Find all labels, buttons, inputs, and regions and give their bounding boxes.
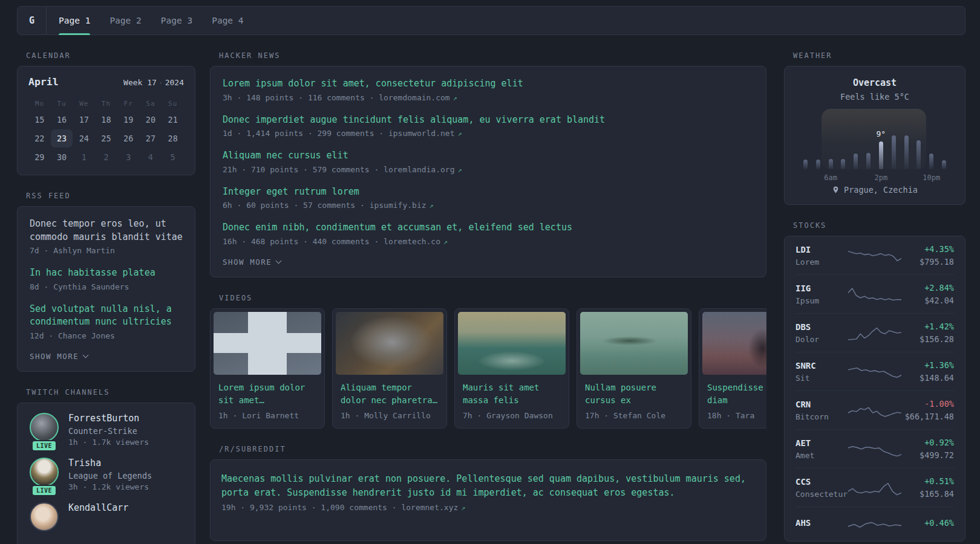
stock-symbol[interactable]: AHS xyxy=(795,518,848,528)
external-link-icon[interactable]: ↗ xyxy=(458,166,462,174)
external-link-icon[interactable]: ↗ xyxy=(453,94,457,102)
stock-values: +1.42% $156.28 xyxy=(901,322,954,344)
rss-item-title[interactable]: In hac habitasse platea xyxy=(30,267,183,280)
video-thumbnail[interactable] xyxy=(458,312,566,375)
rss-item-title[interactable]: Donec tempor eros leo, ut commodo mauris… xyxy=(30,218,183,244)
stock-symbol[interactable]: CCS xyxy=(795,477,848,487)
hour-label: 6am xyxy=(824,173,837,182)
hacker-news-card: Lorem ipsum dolor sit amet, consectetur … xyxy=(210,66,766,277)
app-logo[interactable]: G xyxy=(18,7,47,34)
stocks-card: LDI Lorem +4.35% $795.18 IIG Ips xyxy=(784,236,965,542)
hacker-news-item-title[interactable]: Lorem ipsum dolor sit amet, consectetur … xyxy=(223,77,754,91)
stock-row: SNRC Sit +1.36% $148.64 xyxy=(795,352,954,390)
stock-symbol[interactable]: SNRC xyxy=(795,361,848,371)
temperature-bar xyxy=(816,160,820,169)
page-tab[interactable]: Page 1 xyxy=(59,7,90,34)
channel-name[interactable]: KendallCarr xyxy=(68,502,128,513)
temperature-bar xyxy=(841,159,845,169)
hacker-news-list: Lorem ipsum dolor sit amet, consectetur … xyxy=(223,77,754,246)
stock-name: Lorem xyxy=(795,257,848,267)
channel-category[interactable]: League of Legends xyxy=(68,471,152,481)
weather-hour-cell: 6am xyxy=(825,114,837,169)
subreddit-post-title[interactable]: Maecenas mollis pulvinar erat non posuer… xyxy=(221,472,755,500)
video-meta: 17h · Stefan Cole xyxy=(585,411,683,420)
hacker-news-item-title[interactable]: Integer eget rutrum lorem xyxy=(223,186,754,199)
stock-symbol[interactable]: CRN xyxy=(795,400,848,409)
temperature-bar xyxy=(829,159,833,169)
rss-list: Donec tempor eros leo, ut commodo mauris… xyxy=(30,218,183,340)
stock-values: -1.00% $66,171.48 xyxy=(901,399,954,421)
stock-symbol[interactable]: LDI xyxy=(795,245,848,254)
video-title[interactable]: Lorem ipsum dolor sit amet consectetu… xyxy=(218,381,316,407)
rss-item-meta: 7d · Ashlyn Martin xyxy=(30,246,183,255)
subreddit-post-meta: 19h · 9,932 points · 1,090 comments · lo… xyxy=(221,503,755,512)
calendar-day: 17 xyxy=(73,111,95,129)
external-link-icon[interactable]: ↗ xyxy=(461,504,465,512)
stock-name: Ipsum xyxy=(795,296,848,305)
temperature-bar xyxy=(904,135,909,169)
stock-id: CRN Bitcorn xyxy=(795,400,848,421)
weather-hour-cell: 10pm xyxy=(925,114,938,169)
stock-symbol[interactable]: IIG xyxy=(795,283,848,293)
video-title[interactable]: Suspendisse diam xyxy=(707,381,766,407)
stock-sparkline xyxy=(848,515,901,533)
video-title[interactable]: Mauris sit amet massa felis xyxy=(463,381,561,407)
weather-condition: Overcast xyxy=(794,77,955,88)
calendar-day: 26 xyxy=(117,129,140,147)
channel-name[interactable]: Trisha xyxy=(68,458,152,468)
chevron-down-icon xyxy=(83,352,89,358)
page-tabs: Page 1Page 2Page 3Page 4 xyxy=(47,7,256,34)
calendar-week-year: Week 17·2024 xyxy=(123,78,184,87)
chevron-down-icon xyxy=(276,258,282,264)
avatar[interactable] xyxy=(30,413,59,442)
external-link-icon[interactable]: ↗ xyxy=(458,129,462,138)
twitch-channel-row: KendallCarr xyxy=(30,502,183,531)
calendar-dow: We xyxy=(73,97,95,111)
calendar-widget: CALENDAR April Week 17·2024 MoTuWeThFrSa… xyxy=(17,51,195,175)
rss-header: RSS FEED xyxy=(26,192,195,200)
stock-change: +0.92% xyxy=(901,438,954,447)
avatar[interactable] xyxy=(30,458,59,487)
hacker-news-item-title[interactable]: Donec imperdiet augue tincidunt felis al… xyxy=(223,114,754,127)
video-thumbnail[interactable] xyxy=(214,312,321,375)
calendar-day: 30 xyxy=(51,148,73,166)
page-tab[interactable]: Page 3 xyxy=(161,7,192,34)
calendar-day: 23 xyxy=(51,129,73,147)
stock-sparkline xyxy=(848,479,901,497)
calendar-dow: Tu xyxy=(51,97,73,111)
videos-widget: VIDEOS Lorem ipsum dolor sit amet consec… xyxy=(210,294,766,429)
stock-sparkline xyxy=(848,363,901,381)
calendar-dow-row: MoTuWeThFrSaSu xyxy=(28,97,184,111)
calendar-dow: Sa xyxy=(140,97,162,111)
location-pin-icon xyxy=(832,186,840,194)
stock-symbol[interactable]: AET xyxy=(795,438,848,448)
video-title[interactable]: Aliquam tempor dolor nec pharetra… xyxy=(341,381,439,407)
hacker-news-show-more-button[interactable]: SHOW MORE xyxy=(223,257,281,267)
hacker-news-item: Integer eget rutrum lorem 6h · 60 points… xyxy=(223,186,754,210)
video-thumbnail[interactable] xyxy=(580,312,688,375)
video-thumbnail[interactable] xyxy=(336,312,443,375)
rss-item-title[interactable]: Sed volutpat nulla nisl, a condimentum n… xyxy=(30,303,183,329)
video-title[interactable]: Nullam posuere cursus ex xyxy=(585,381,683,407)
hacker-news-item-title[interactable]: Aliquam nec cursus elit xyxy=(223,149,754,163)
page-tab[interactable]: Page 4 xyxy=(212,7,243,34)
avatar[interactable] xyxy=(30,502,59,531)
temperature-bar xyxy=(803,160,808,169)
rss-show-more-button[interactable]: SHOW MORE xyxy=(30,352,88,361)
video-thumbnail[interactable] xyxy=(702,312,766,375)
temperature-bar xyxy=(929,154,933,169)
stock-symbol[interactable]: DBS xyxy=(795,322,848,332)
calendar-day-grid: 1516171819202122232425262728293012345 xyxy=(28,111,184,166)
channel-category[interactable]: Counter-Strike xyxy=(68,426,149,436)
channel-name[interactable]: ForrestBurton xyxy=(68,413,149,424)
page-tab[interactable]: Page 2 xyxy=(109,7,141,34)
external-link-icon[interactable]: ↗ xyxy=(443,238,448,246)
video-meta: 18h · Tara xyxy=(707,411,766,420)
stock-id: SNRC Sit xyxy=(795,361,848,383)
external-link-icon[interactable]: ↗ xyxy=(430,201,434,210)
hacker-news-item-title[interactable]: Donec enim nibh, condimentum et accumsan… xyxy=(223,221,754,235)
stock-sparkline xyxy=(848,401,901,419)
hacker-news-item: Donec imperdiet augue tincidunt felis al… xyxy=(223,114,754,138)
meta-text: 6h · 60 points · 57 comments · ipsumify.… xyxy=(223,201,426,210)
right-column: WEATHER Overcast Feels like 5°C xyxy=(784,35,965,544)
